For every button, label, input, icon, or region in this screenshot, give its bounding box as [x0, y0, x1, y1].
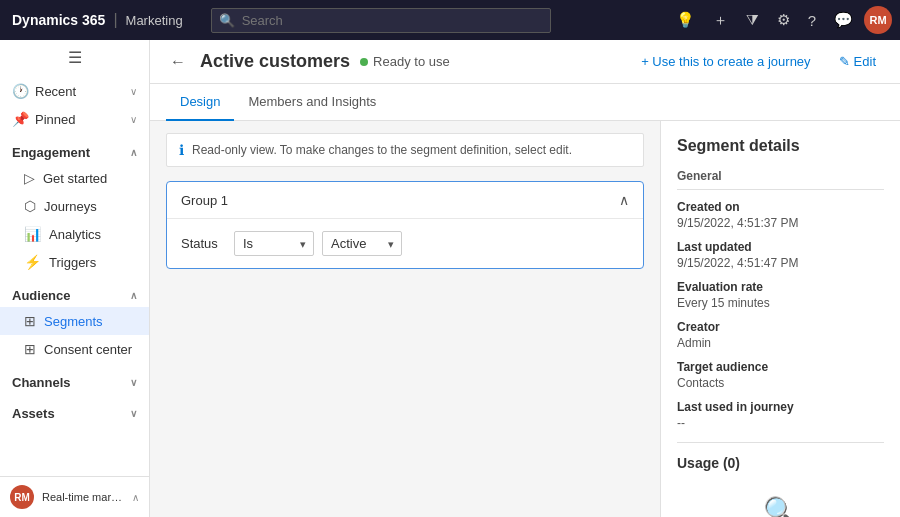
- sidebar-item-segments[interactable]: ⊞ Segments: [0, 307, 149, 335]
- triggers-icon: ⚡: [24, 254, 41, 270]
- evaluation-rate-field: Evaluation rate Every 15 minutes: [677, 280, 884, 310]
- status-text: Ready to use: [373, 54, 450, 69]
- analytics-label: Analytics: [49, 227, 101, 242]
- group-collapse-button[interactable]: ∧: [619, 192, 629, 208]
- info-icon: ℹ: [179, 142, 184, 158]
- brand-d365: Dynamics 365: [12, 12, 105, 28]
- content-area: ← Active customers Ready to use + Use th…: [150, 40, 900, 517]
- channels-section[interactable]: Channels ∨: [0, 367, 149, 394]
- lightbulb-button[interactable]: 💡: [669, 7, 702, 33]
- audience-label: Audience: [12, 288, 71, 303]
- settings-button[interactable]: ⚙: [770, 7, 797, 33]
- sidebar-section-audience: Audience ∧ ⊞ Segments ⊞ Consent center: [0, 278, 149, 365]
- recent-label: Recent: [35, 84, 76, 99]
- use-journey-button[interactable]: + Use this to create a journey: [633, 50, 818, 73]
- group-box: Group 1 ∧ Status Is: [166, 181, 644, 269]
- condition-label: Status: [181, 236, 226, 251]
- target-audience-label: Target audience: [677, 360, 884, 374]
- page-title: Active customers: [200, 51, 350, 72]
- topbar-icons: 💡 ＋ ⧩ ⚙ ? 💬 RM: [669, 6, 900, 34]
- edit-icon: ✎: [839, 54, 850, 69]
- creator-value: Admin: [677, 336, 884, 350]
- footer-avatar: RM: [10, 485, 34, 509]
- sidebar-section-engagement: Engagement ∧ ▷ Get started ⬡ Journeys 📊 …: [0, 135, 149, 278]
- sidebar-section-recent: 🕐 Recent ∨ 📌 Pinned ∨: [0, 75, 149, 135]
- main-panel: ℹ Read-only view. To make changes to the…: [150, 121, 660, 517]
- edit-button[interactable]: ✎ Edit: [831, 50, 884, 73]
- content-body: ℹ Read-only view. To make changes to the…: [150, 121, 900, 517]
- filter-button[interactable]: ⧩: [739, 7, 766, 33]
- value-select[interactable]: Active: [322, 231, 402, 256]
- recent-chevron: ∨: [130, 86, 137, 97]
- last-updated-value: 9/15/2022, 4:51:47 PM: [677, 256, 884, 270]
- footer-text: Real-time marketi...: [42, 491, 124, 503]
- general-section-label: General: [677, 169, 884, 190]
- usage-title: Usage (0): [677, 455, 884, 471]
- sidebar-item-pinned[interactable]: 📌 Pinned ∨: [0, 105, 149, 133]
- created-on-field: Created on 9/15/2022, 4:51:37 PM: [677, 200, 884, 230]
- condition-row: Status Is Active: [181, 231, 629, 256]
- operator-select[interactable]: Is: [234, 231, 314, 256]
- last-used-field: Last used in journey --: [677, 400, 884, 430]
- search-empty-icon: 🔍: [763, 495, 798, 517]
- tab-members[interactable]: Members and Insights: [234, 84, 390, 121]
- help-button[interactable]: ?: [801, 8, 823, 33]
- engagement-label: Engagement: [12, 145, 90, 160]
- segment-details-panel: Segment details General Created on 9/15/…: [660, 121, 900, 517]
- user-avatar[interactable]: RM: [864, 6, 892, 34]
- readonly-text: Read-only view. To make changes to the s…: [192, 143, 572, 157]
- last-updated-label: Last updated: [677, 240, 884, 254]
- add-button[interactable]: ＋: [706, 7, 735, 34]
- channels-label: Channels: [12, 375, 71, 390]
- pinned-icon: 📌: [12, 111, 29, 127]
- pinned-label: Pinned: [35, 112, 75, 127]
- audience-chevron: ∧: [130, 290, 137, 301]
- content-header: ← Active customers Ready to use + Use th…: [150, 40, 900, 84]
- status-dot: [360, 58, 368, 66]
- tab-design[interactable]: Design: [166, 84, 234, 121]
- search-input[interactable]: [211, 8, 551, 33]
- sidebar-section-assets: Assets ∨: [0, 396, 149, 427]
- group-header: Group 1 ∧: [167, 182, 643, 219]
- sidebar-item-consent-center[interactable]: ⊞ Consent center: [0, 335, 149, 363]
- sidebar-item-recent[interactable]: 🕐 Recent ∨: [0, 77, 149, 105]
- topbar-search-area: 🔍: [211, 8, 551, 33]
- hamburger-button[interactable]: ☰: [0, 40, 149, 75]
- edit-label: Edit: [854, 54, 876, 69]
- target-audience-field: Target audience Contacts: [677, 360, 884, 390]
- sidebar-item-triggers[interactable]: ⚡ Triggers: [0, 248, 149, 276]
- back-button[interactable]: ←: [166, 51, 190, 73]
- engagement-chevron: ∧: [130, 147, 137, 158]
- segments-icon: ⊞: [24, 313, 36, 329]
- assets-section[interactable]: Assets ∨: [0, 398, 149, 425]
- header-left: ← Active customers Ready to use: [166, 51, 450, 73]
- group-title: Group 1: [181, 193, 228, 208]
- consent-center-label: Consent center: [44, 342, 132, 357]
- created-on-label: Created on: [677, 200, 884, 214]
- header-right: + Use this to create a journey ✎ Edit: [633, 50, 884, 73]
- status-badge: Ready to use: [360, 54, 450, 69]
- sidebar: ☰ 🕐 Recent ∨ 📌 Pinned ∨ Engagement ∧: [0, 40, 150, 517]
- assets-chevron: ∨: [130, 408, 137, 419]
- sidebar-section-channels: Channels ∨: [0, 365, 149, 396]
- footer-chevron: ∧: [132, 492, 139, 503]
- sidebar-item-get-started[interactable]: ▷ Get started: [0, 164, 149, 192]
- segments-label: Segments: [44, 314, 103, 329]
- segment-details-title: Segment details: [677, 137, 884, 155]
- topbar: Dynamics 365 | Marketing 🔍 💡 ＋ ⧩ ⚙ ? 💬 R…: [0, 0, 900, 40]
- chat-button[interactable]: 💬: [827, 7, 860, 33]
- last-used-label: Last used in journey: [677, 400, 884, 414]
- engagement-section[interactable]: Engagement ∧: [0, 137, 149, 164]
- triggers-label: Triggers: [49, 255, 96, 270]
- created-on-value: 9/15/2022, 4:51:37 PM: [677, 216, 884, 230]
- sidebar-item-journeys[interactable]: ⬡ Journeys: [0, 192, 149, 220]
- creator-field: Creator Admin: [677, 320, 884, 350]
- topbar-brand: Dynamics 365 | Marketing: [0, 0, 195, 40]
- usage-empty: 🔍 This segment has not been used in jour…: [677, 483, 884, 517]
- brand-separator: |: [113, 11, 117, 29]
- value-select-wrapper: Active: [322, 231, 402, 256]
- sidebar-footer[interactable]: RM Real-time marketi... ∧: [0, 476, 149, 517]
- get-started-label: Get started: [43, 171, 107, 186]
- sidebar-item-analytics[interactable]: 📊 Analytics: [0, 220, 149, 248]
- audience-section[interactable]: Audience ∧: [0, 280, 149, 307]
